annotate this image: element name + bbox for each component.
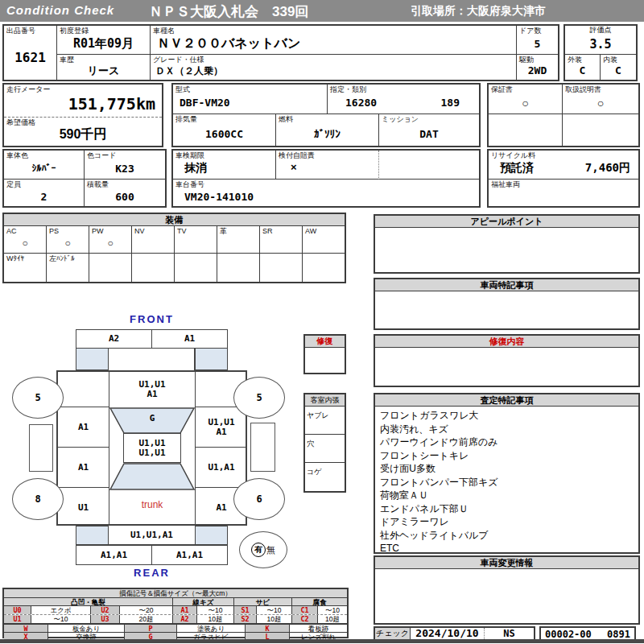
- assessment-item: フロントシートキレ: [380, 449, 634, 463]
- bottom-divider-bar: [0, 639, 644, 643]
- legend-desc: 〜10: [31, 615, 91, 623]
- exterior-grade: C: [565, 61, 600, 80]
- grade-label: グレード・仕様: [153, 56, 204, 64]
- legend-desc: 10超: [257, 615, 292, 623]
- wheel-rear-right: 6: [233, 478, 285, 520]
- recycle-fee: 7,460円: [585, 161, 630, 175]
- interior-grade: C: [601, 61, 636, 80]
- change-info-panel: 車両変更情報: [374, 555, 640, 625]
- score-table: 評価点 3.5 外装 C 内装 C: [564, 24, 638, 81]
- class-number-2: 189: [441, 97, 460, 109]
- capacity-value: 2: [4, 187, 84, 206]
- check-date: 2024/10/10: [411, 628, 485, 639]
- legend-group-corrosion: 腐食: [292, 598, 347, 605]
- diagram-front-label: FRONT: [56, 313, 247, 324]
- cabin-lining-title: 客室内張: [305, 394, 345, 407]
- repair-flag-title: 修復: [305, 336, 345, 348]
- legend-code: A2: [173, 615, 197, 623]
- damage-legend: 損傷記号＆損傷サイズ（〜最大cm） 凸凹・亀裂 線キズ サビ 腐食 U0 エクボ…: [2, 588, 349, 638]
- recycle-label: リサイクル料: [491, 151, 535, 159]
- load-value: 600: [85, 187, 165, 206]
- warranty-mark: ○: [489, 93, 562, 114]
- equip-value-ac: ○: [4, 233, 46, 253]
- displacement-value: 1600CC: [173, 122, 275, 146]
- recycle-status: 預託済: [500, 161, 534, 175]
- spare-tire-mark: 有 無: [239, 531, 287, 568]
- cabin-row-hole: 穴: [305, 435, 345, 463]
- spec-table: 型式 DBF-VM20 指定・類別 16280 189 排気量 1600CC 燃…: [171, 83, 481, 147]
- inspection-label: 車検期限: [175, 151, 204, 159]
- right-slide-door-damage: U1,A1: [196, 448, 247, 487]
- color-capacity-table: 車体色 ｼﾙﾊﾞｰ 色コード K23 定員 2 積載量 600: [2, 149, 167, 208]
- equip-value-tv: [175, 233, 217, 253]
- repair-flag-box: 修復: [303, 334, 346, 374]
- vehicle-notes-panel: 車両特記事項: [374, 278, 640, 330]
- rear-bumper: A1,A1 A1,A1: [76, 545, 228, 565]
- equip-value-pw: ○: [89, 233, 131, 253]
- legend-code: C2: [292, 615, 318, 623]
- taillight-right: [195, 526, 228, 545]
- history-value: リース: [57, 61, 150, 80]
- legend-desc: 〜10: [318, 606, 347, 614]
- assessment-item: フロントバンパー下部キズ: [380, 476, 634, 489]
- legend-desc: 〜10: [197, 606, 234, 614]
- headlight-right: [195, 349, 228, 370]
- class-number-1: 16280: [345, 97, 377, 109]
- legend-desc: 板金あり: [48, 625, 125, 632]
- model-code-label: 型式: [175, 85, 190, 93]
- windshield-damage: G: [109, 409, 195, 428]
- model-name-label: 車種名: [153, 27, 175, 35]
- equip-extra-2: 左ﾊﾝﾄﾞﾙ: [49, 254, 75, 262]
- check-label: チェック: [375, 628, 411, 639]
- wheel-front-right: 5: [233, 377, 285, 419]
- appeal-title: アピールポイント: [375, 216, 638, 228]
- header-bar: Condition Check ＮＰＳ大阪入札会 339回 引取場所：大阪府泉大…: [0, 0, 644, 22]
- legend-desc: 看板跡: [290, 625, 347, 632]
- insurance-label: 検付自賠責: [279, 151, 315, 159]
- chassis-number: VM20-141010: [184, 191, 254, 203]
- left-mirror: [29, 424, 53, 472]
- legend-group-rust: サビ: [234, 598, 292, 605]
- odometer-value: 151,775km: [68, 94, 155, 114]
- color-code-value: K23: [85, 158, 165, 179]
- front-bumper: A2 A1: [76, 329, 228, 349]
- change-info-title: 車両変更情報: [375, 557, 638, 569]
- assessment-item: フロントガラスワレ大: [380, 409, 634, 423]
- assessment-item: 荷物室ＡＵ: [380, 489, 634, 502]
- warranty-table: 保証書 ○ 取扱説明書 ○: [487, 83, 640, 147]
- spare-has-mark: 有: [251, 543, 266, 557]
- legend-desc: 10超: [318, 615, 347, 623]
- front-grille: [109, 349, 195, 370]
- front-bumper-right-damage: A1: [152, 330, 227, 348]
- cargo-door-damage: U1,U1,A1: [109, 526, 195, 545]
- logo-text: Condition Check: [6, 3, 114, 17]
- rear-bumper-left-damage: A1,A1: [76, 546, 152, 564]
- condition-check-sheet: Condition Check ＮＰＳ大阪入札会 339回 引取場所：大阪府泉大…: [0, 0, 644, 644]
- legend-code: U1: [4, 615, 31, 623]
- appeal-panel: アピールポイント: [374, 214, 640, 274]
- headlight-left: [76, 349, 109, 370]
- model-name: ＮＶ２００バネットバン: [157, 35, 300, 52]
- legend-code: S1: [234, 606, 257, 614]
- odometer-price-box: 走行メーター 151,775km 希望価格 590千円: [2, 83, 163, 147]
- doors-value: 5: [517, 33, 558, 54]
- check-inspector: NS: [485, 628, 534, 639]
- equip-value-sr: [260, 233, 302, 253]
- spare-none-mark: 無: [266, 544, 275, 556]
- wheel-rear-left: 8: [12, 478, 64, 520]
- inspection-value: 抹消: [184, 161, 207, 175]
- legend-desc: エクボ: [31, 606, 91, 614]
- legend-code: A1: [173, 606, 197, 614]
- equip-extra-1: Wﾀｲﾔ: [6, 254, 24, 262]
- check-serial: 0891: [607, 629, 630, 640]
- repair-details-title: 修復内容: [375, 336, 638, 348]
- assessment-item: ドアミラーワレ: [380, 515, 634, 529]
- assessment-item: ETC: [380, 542, 634, 555]
- hood-damage: U1,U1 A1: [109, 372, 195, 407]
- trunk-label: trunk: [109, 493, 195, 517]
- transmission-value: DAT: [379, 122, 479, 146]
- equip-value-ps: ○: [47, 233, 89, 253]
- recycle-table: リサイクル料 預託済 7,460円 福祉車両: [487, 149, 640, 208]
- legend-code: C1: [292, 606, 318, 614]
- legend-code: W: [4, 625, 48, 632]
